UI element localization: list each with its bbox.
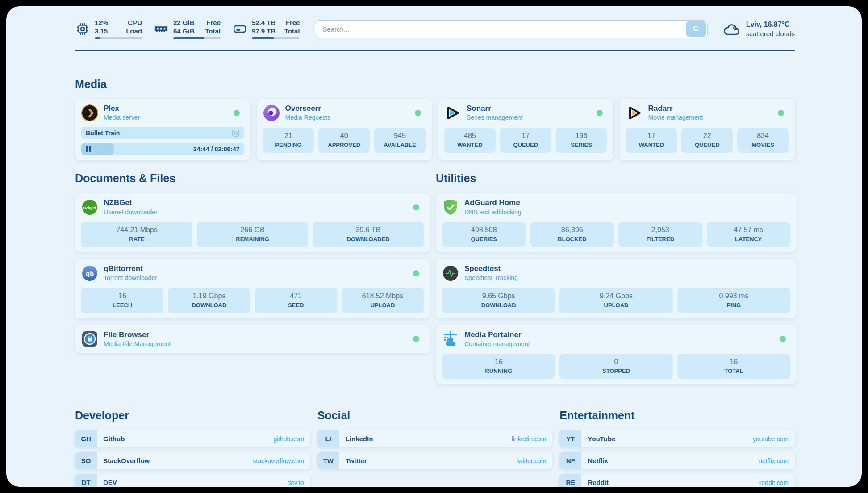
stat-seed: 471 SEED — [255, 288, 337, 313]
cpu-load-value: 3.15 — [95, 27, 118, 36]
bookmark-twitter[interactable]: TW Twitter twitter.com — [317, 452, 553, 469]
pause-icon[interactable] — [86, 146, 91, 152]
bookmark-url[interactable]: twitter.com — [516, 457, 546, 464]
stat-queued: 17 QUEUED — [500, 128, 551, 153]
bookmark-group-social: Social LI LinkedIn linkedin.com TW Twitt… — [317, 409, 553, 487]
app-card-nzbget[interactable]: nzbget NZBGet Usenet downloader 744.21 M… — [75, 193, 430, 252]
section-title-documents: Documents & Files — [75, 172, 430, 185]
status-dot — [234, 110, 240, 116]
bookmarks-grid: Developer GH Github github.com SO StackO… — [75, 409, 795, 487]
stat-upload: 9.24 Gbps UPLOAD — [559, 288, 672, 313]
app-name: Sonarr — [467, 104, 522, 113]
section-title-media: Media — [75, 78, 795, 91]
plex-icon — [81, 104, 98, 121]
filebrowser-icon — [81, 330, 98, 347]
app-card-overseerr[interactable]: Overseerr Media Requests 21 PENDING 40 A… — [257, 99, 432, 160]
bookmark-url[interactable]: dev.to — [288, 479, 304, 486]
app-card-speedtest[interactable]: Speedtest Speedtest Tracking 9.65 Gbps D… — [436, 259, 797, 318]
app-card-filebrowser[interactable]: File Browser Media File Management — [75, 325, 430, 353]
plex-progressbar[interactable]: 24:44 / 02:06:47 — [81, 143, 244, 155]
svg-text:qb: qb — [86, 269, 94, 277]
app-subtitle: Speedtest Tracking — [464, 274, 518, 282]
bookmark-url[interactable]: youtube.com — [753, 435, 789, 443]
bookmark-dev[interactable]: DT DEV dev.to — [75, 474, 310, 487]
cpu-stat: 12% 3.15 CPU Load — [75, 19, 142, 40]
bookmark-abbr: YT — [559, 430, 581, 447]
bookmark-netflix[interactable]: NF Netflix netflix.com — [559, 452, 795, 469]
ram-free-value: 22 GiB — [173, 19, 196, 27]
bookmark-url[interactable]: netflix.com — [759, 457, 789, 464]
bookmark-name: LinkedIn — [346, 435, 512, 443]
bookmark-reddit[interactable]: RE Reddit reddit.com — [559, 474, 795, 487]
section-title-utilities: Utilities — [436, 172, 797, 185]
bookmark-name: Twitter — [346, 457, 517, 464]
app-name: Plex — [104, 104, 140, 113]
app-subtitle: Series management — [467, 114, 522, 121]
app-name: qBittorrent — [104, 264, 157, 273]
system-stats: 12% 3.15 CPU Load — [75, 19, 300, 40]
stat-movies: 834 MOVIES — [737, 128, 789, 153]
stat-leech: 16 LEECH — [81, 288, 163, 313]
section-title-entertainment: Entertainment — [559, 409, 795, 422]
app-subtitle: Container management — [464, 340, 530, 348]
app-card-adguard[interactable]: AdGuard Home DNS and adblocking 498,508 … — [436, 193, 797, 252]
disk-icon — [232, 21, 247, 37]
app-card-plex[interactable]: Plex Media server Bullet Train 24:44 / 0… — [75, 99, 250, 160]
status-dot — [413, 204, 419, 210]
bookmark-linkedin[interactable]: LI LinkedIn linkedin.com — [317, 430, 553, 447]
media-grid: Plex Media server Bullet Train 24:44 / 0… — [75, 99, 795, 160]
weather-condition: scattered clouds — [746, 29, 795, 38]
ram-stat: 22 GiB 64 GiB Free Total — [154, 19, 221, 40]
stat-filtered: 2,953 FILTERED — [618, 222, 702, 247]
app-subtitle: Media Requests — [285, 114, 330, 121]
portainer-icon — [442, 330, 459, 347]
disk-total-label: Total — [280, 27, 300, 36]
stat-download: 9.65 Gbps DOWNLOAD — [442, 288, 555, 313]
app-name: File Browser — [104, 330, 171, 339]
status-dot — [413, 270, 419, 276]
cpu-percent: 12% — [95, 19, 118, 27]
weather-location-temp: Lviv, 16.87°C — [746, 20, 795, 29]
bookmark-group-entertainment: Entertainment YT YouTube youtube.com NF … — [559, 409, 795, 487]
app-card-portainer[interactable]: Media Portainer Container management 16 … — [436, 325, 797, 384]
now-playing-title: Bullet Train — [86, 130, 228, 137]
app-card-qbittorrent[interactable]: qb qBittorrent Torrent downloader 16 LEE… — [75, 259, 430, 318]
stat-blocked: 86,396 BLOCKED — [530, 222, 614, 247]
disk-total-value: 97.9 TB — [252, 27, 275, 36]
stat-upload: 618.52 Mbps UPLOAD — [342, 288, 424, 313]
playback-time: 24:44 / 02:06:47 — [193, 146, 240, 153]
bookmark-url[interactable]: stackoverflow.com — [253, 457, 304, 464]
stat-stopped: 0 STOPPED — [559, 354, 672, 379]
stat-approved: 40 APPROVED — [318, 128, 370, 153]
bookmark-stackoverflow[interactable]: SO StackOverflow stackoverflow.com — [75, 452, 310, 469]
bookmark-name: StackOverflow — [103, 457, 253, 464]
app-name: Media Portainer — [464, 330, 530, 339]
search-engine-button[interactable]: G — [686, 21, 706, 37]
dashboard-panel: 12% 3.15 CPU Load — [6, 6, 862, 487]
disk-free-label: Free — [280, 19, 300, 27]
app-card-sonarr[interactable]: Sonarr Series management 485 WANTED 17 Q… — [438, 99, 613, 160]
stat-total: 16 TOTAL — [677, 354, 790, 379]
bookmark-youtube[interactable]: YT YouTube youtube.com — [559, 430, 795, 447]
bookmark-name: DEV — [103, 479, 288, 486]
bookmark-github[interactable]: GH Github github.com — [75, 430, 310, 447]
stat-remaining: 266 GB REMAINING — [197, 222, 308, 247]
adguard-icon — [442, 199, 459, 216]
bookmark-group-developer: Developer GH Github github.com SO StackO… — [75, 409, 310, 487]
app-name: AdGuard Home — [464, 198, 522, 207]
section-title-developer: Developer — [75, 409, 310, 422]
status-dot — [413, 336, 419, 342]
nzbget-icon: nzbget — [81, 199, 98, 216]
cpu-label: CPU — [122, 19, 142, 27]
app-card-radarr[interactable]: Radarr Movie management 17 WANTED 22 QUE… — [620, 99, 795, 160]
app-name: Overseerr — [285, 104, 330, 113]
app-name: Radarr — [648, 104, 703, 113]
search-input[interactable] — [315, 20, 707, 38]
ram-total-value: 64 GiB — [173, 27, 196, 36]
app-subtitle: Torrent downloader — [104, 274, 157, 282]
bookmark-url[interactable]: reddit.com — [760, 479, 789, 486]
ram-free-label: Free — [201, 19, 221, 27]
documents-column: nzbget NZBGet Usenet downloader 744.21 M… — [75, 193, 430, 353]
bookmark-url[interactable]: linkedin.com — [512, 435, 547, 443]
bookmark-url[interactable]: github.com — [273, 435, 304, 443]
